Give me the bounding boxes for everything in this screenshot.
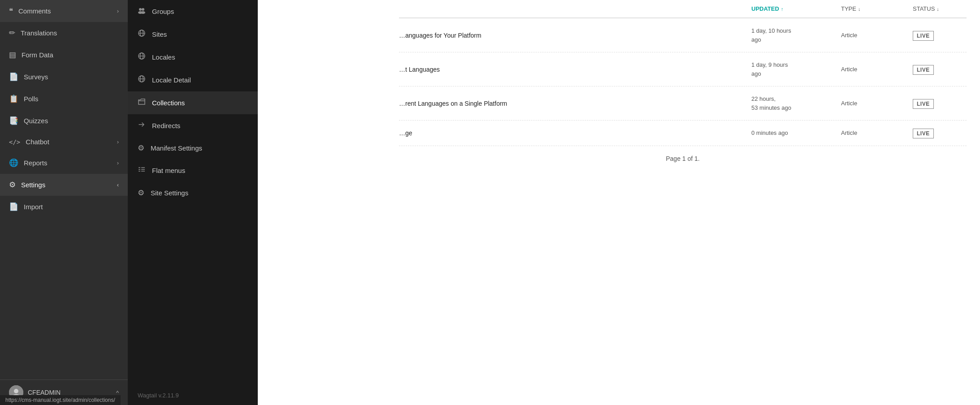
svg-point-1	[14, 389, 18, 393]
version-label: Wagtail v.2.11.9	[128, 386, 258, 405]
submenu-item-locales[interactable]: Locales	[128, 46, 258, 69]
svg-point-6	[141, 11, 145, 14]
site-settings-icon: ⚙	[138, 188, 144, 198]
pagination: Page 1 of 1.	[399, 146, 967, 167]
col-header-type[interactable]: TYPE ↓	[841, 5, 913, 12]
comments-icon: ❝	[9, 6, 13, 16]
updated-label: UPDATED	[751, 5, 779, 12]
flat-menus-icon	[138, 165, 146, 176]
sidebar-label-quizzes: Quizzes	[24, 117, 119, 125]
submenu-label-flat-menus: Flat menus	[152, 167, 185, 174]
manifest-settings-icon: ⚙	[138, 143, 144, 153]
status-badge-0: LIVE	[913, 31, 934, 41]
row-updated-1: 1 day, 9 hoursago	[751, 60, 841, 78]
row-status-0: LIVE	[913, 32, 967, 39]
table-row: …anguages for Your Platform 1 day, 10 ho…	[399, 18, 967, 52]
form-data-icon: ▤	[9, 50, 16, 60]
submenu-label-groups: Groups	[152, 8, 174, 15]
status-sort-icon: ↓	[937, 6, 939, 12]
locales-icon	[138, 52, 146, 62]
row-updated-2: 22 hours,53 minutes ago	[751, 95, 841, 112]
collections-icon	[138, 98, 146, 108]
submenu-item-locale-detail[interactable]: Locale Detail	[128, 69, 258, 91]
import-icon: 📄	[9, 202, 18, 211]
submenu-label-collections: Collections	[152, 99, 185, 107]
row-updated-3: 0 minutes ago	[751, 129, 841, 138]
sidebar-item-settings[interactable]: ⚙ Settings ‹	[0, 174, 128, 196]
status-url: https://cms-manual.iogt.site/admin/colle…	[5, 397, 115, 403]
submenu-item-manifest-settings[interactable]: ⚙ Manifest Settings	[128, 137, 258, 159]
row-type-1: Article	[841, 66, 913, 73]
row-type-0: Article	[841, 32, 913, 39]
row-type-2: Article	[841, 100, 913, 107]
submenu-item-collections[interactable]: Collections	[128, 91, 258, 114]
sidebar-label-comments: Comments	[18, 7, 112, 15]
sidebar-label-import: Import	[24, 203, 119, 211]
sidebar-item-surveys[interactable]: 📄 Surveys	[0, 66, 128, 88]
submenu-item-site-settings[interactable]: ⚙ Site Settings	[128, 182, 258, 204]
row-status-3: LIVE	[913, 129, 967, 137]
status-badge-2: LIVE	[913, 99, 934, 109]
sidebar-label-surveys: Surveys	[24, 73, 119, 81]
chevron-right-icon: ›	[117, 8, 119, 14]
settings-submenu: Groups Sites Locales Locale Detail Colle…	[128, 0, 258, 405]
col-header-status[interactable]: STATUS ↓	[913, 5, 967, 12]
sites-icon	[138, 29, 146, 39]
sidebar-label-reports: Reports	[24, 159, 112, 167]
row-status-1: LIVE	[913, 66, 967, 73]
submenu-label-sites: Sites	[152, 30, 167, 38]
polls-icon: 📋	[9, 94, 18, 103]
submenu-label-site-settings: Site Settings	[151, 189, 188, 197]
svg-point-4	[142, 8, 144, 11]
status-badge-1: LIVE	[913, 65, 934, 75]
submenu-item-flat-menus[interactable]: Flat menus	[128, 159, 258, 182]
submenu-label-redirects: Redirects	[152, 122, 180, 129]
type-label: TYPE	[841, 5, 856, 12]
table-row: …rent Languages on a Single Platform 22 …	[399, 86, 967, 121]
submenu-label-locales: Locales	[152, 53, 175, 61]
table-row: …ge 0 minutes ago Article LIVE	[399, 121, 967, 146]
type-sort-icon: ↓	[858, 6, 861, 12]
sidebar-label-chatbot: Chatbot	[26, 138, 111, 146]
settings-icon: ⚙	[9, 180, 16, 190]
status-label: STATUS	[913, 5, 935, 12]
submenu-label-manifest-settings: Manifest Settings	[151, 144, 202, 152]
status-bar: https://cms-manual.iogt.site/admin/colle…	[0, 395, 121, 405]
locale-detail-icon	[138, 75, 146, 85]
sidebar-label-settings: Settings	[21, 181, 112, 189]
row-status-2: LIVE	[913, 100, 967, 107]
chevron-right-icon-reports: ›	[117, 159, 119, 166]
main-content: UPDATED ↑ TYPE ↓ STATUS ↓ …anguages for …	[386, 0, 980, 405]
quizzes-icon: 📑	[9, 116, 18, 125]
submenu-item-redirects[interactable]: Redirects	[128, 114, 258, 137]
redirects-icon	[138, 121, 146, 131]
sidebar-item-translations[interactable]: ✏ Translations	[0, 22, 128, 44]
row-title-2: …rent Languages on a Single Platform	[399, 100, 751, 107]
sidebar-label-form-data: Form Data	[22, 51, 119, 59]
sidebar-item-comments[interactable]: ❝ Comments ›	[0, 0, 128, 22]
sidebar-item-reports[interactable]: 🌐 Reports ›	[0, 152, 128, 174]
sidebar-item-import[interactable]: 📄 Import	[0, 196, 128, 218]
row-type-3: Article	[841, 129, 913, 136]
submenu-item-groups[interactable]: Groups	[128, 0, 258, 23]
groups-icon	[138, 6, 146, 17]
chevron-left-icon-settings: ‹	[117, 181, 119, 188]
sidebar-item-quizzes[interactable]: 📑 Quizzes	[0, 110, 128, 132]
reports-icon: 🌐	[9, 158, 18, 168]
chevron-right-icon-chatbot: ›	[117, 138, 119, 145]
submenu-item-sites[interactable]: Sites	[128, 23, 258, 46]
sidebar-label-translations: Translations	[21, 29, 119, 37]
table-header: UPDATED ↑ TYPE ↓ STATUS ↓	[399, 0, 967, 18]
surveys-icon: 📄	[9, 72, 18, 82]
row-title-3: …ge	[399, 129, 751, 137]
chatbot-icon: </>	[9, 138, 20, 146]
svg-point-3	[139, 8, 142, 11]
col-header-updated[interactable]: UPDATED ↑	[751, 5, 841, 12]
sidebar-item-form-data[interactable]: ▤ Form Data	[0, 44, 128, 66]
sidebar-item-polls[interactable]: 📋 Polls	[0, 88, 128, 110]
sidebar-item-chatbot[interactable]: </> Chatbot ›	[0, 132, 128, 152]
sidebar: ❝ Comments › ✏ Translations ▤ Form Data …	[0, 0, 128, 405]
sidebar-label-polls: Polls	[24, 95, 119, 103]
row-title-0: …anguages for Your Platform	[399, 32, 751, 39]
row-title-1: …t Languages	[399, 66, 751, 73]
